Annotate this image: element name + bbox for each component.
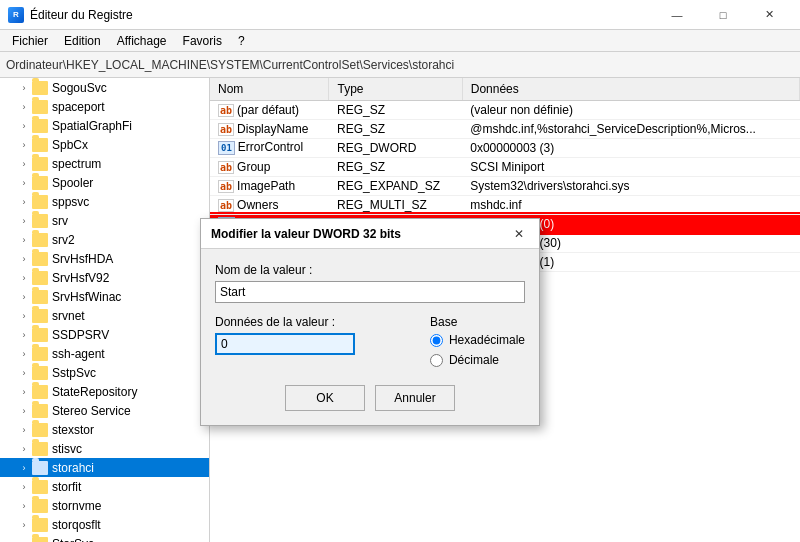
name-label: Nom de la valeur : [215,263,525,277]
dec-radio-label[interactable]: Décimale [430,353,525,367]
dialog-overlay: Modifier la valeur DWORD 32 bits ✕ Nom d… [0,78,800,542]
value-section: Données de la valeur : [215,315,414,355]
title-bar: R Éditeur du Registre — □ ✕ [0,0,800,30]
hex-radio-label[interactable]: Hexadécimale [430,333,525,347]
dialog-body: Nom de la valeur : Données de la valeur … [201,249,539,425]
menu-bar: FichierEditionAffichageFavoris? [0,30,800,52]
close-button[interactable]: ✕ [746,0,792,30]
dialog-buttons: OK Annuler [215,379,525,415]
hex-radio[interactable] [430,334,443,347]
menu-item-fichier[interactable]: Fichier [4,32,56,50]
dialog-title: Modifier la valeur DWORD 32 bits [211,227,401,241]
menu-item-affichage[interactable]: Affichage [109,32,175,50]
maximize-button[interactable]: □ [700,0,746,30]
menu-item-?[interactable]: ? [230,32,253,50]
menu-item-edition[interactable]: Edition [56,32,109,50]
dialog-title-bar: Modifier la valeur DWORD 32 bits ✕ [201,219,539,249]
minimize-button[interactable]: — [654,0,700,30]
dword-dialog: Modifier la valeur DWORD 32 bits ✕ Nom d… [200,218,540,426]
name-input[interactable] [215,281,525,303]
dialog-close-button[interactable]: ✕ [509,224,529,244]
window-title: Éditeur du Registre [30,8,133,22]
radio-group: Hexadécimale Décimale [430,333,525,367]
menu-item-favoris[interactable]: Favoris [175,32,230,50]
dec-radio[interactable] [430,354,443,367]
main-content: ›SogouSvc›spaceport›SpatialGraphFi›SpbCx… [0,78,800,542]
app-icon: R [8,7,24,23]
hex-radio-text: Hexadécimale [449,333,525,347]
address-label: Ordinateur\HKEY_LOCAL_MACHINE\SYSTEM\Cur… [6,58,454,72]
dec-radio-text: Décimale [449,353,499,367]
base-label: Base [430,315,525,329]
base-section: Base Hexadécimale Décimale [430,315,525,367]
cancel-button[interactable]: Annuler [375,385,455,411]
dialog-row: Données de la valeur : Base Hexadécimale [215,315,525,367]
data-label: Données de la valeur : [215,315,414,329]
address-bar: Ordinateur\HKEY_LOCAL_MACHINE\SYSTEM\Cur… [0,52,800,78]
ok-button[interactable]: OK [285,385,365,411]
window-controls: — □ ✕ [654,0,792,30]
data-input[interactable] [215,333,355,355]
